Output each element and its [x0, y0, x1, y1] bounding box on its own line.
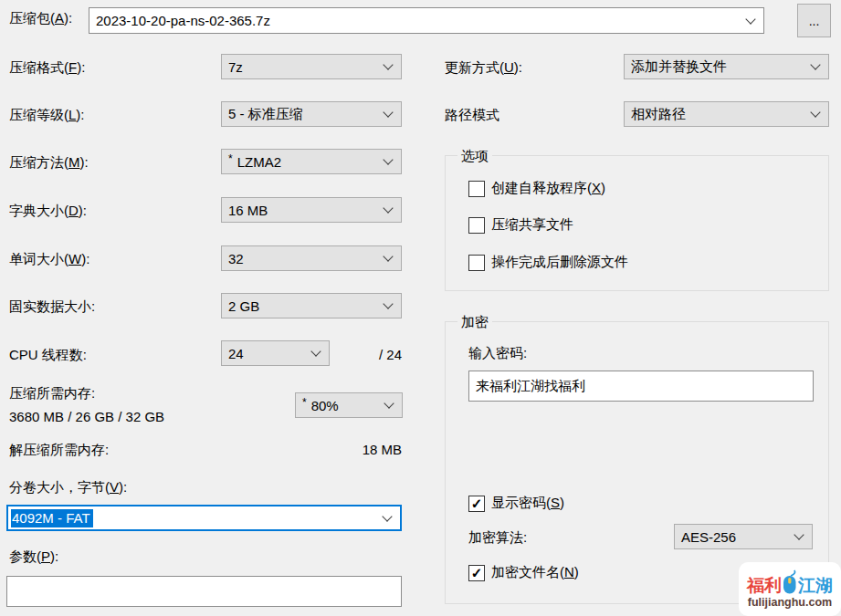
encryption-group-title: 加密: [457, 314, 492, 331]
archive-name-value: 2023-10-20-pa-ns-02-365.7z: [96, 13, 270, 28]
archive-label: 压缩包(A):: [9, 10, 72, 27]
chevron-down-icon: [384, 398, 394, 408]
word-size-label: 单词大小(W):: [9, 251, 89, 268]
password-label: 输入密码:: [468, 345, 527, 362]
level-label: 压缩等级(L):: [9, 107, 85, 124]
split-volume-combobox[interactable]: 4092M - FAT: [6, 505, 402, 531]
split-volume-selected-text: 4092M - FAT: [11, 509, 93, 527]
compress-shared-checkbox-row[interactable]: 压缩共享文件: [468, 216, 573, 234]
chevron-down-icon: [383, 251, 393, 261]
method-dropdown[interactable]: *LZMA2: [221, 149, 402, 174]
watermark-logo-row: 福利 江湖: [747, 569, 833, 594]
options-group-title: 选项: [457, 148, 492, 165]
parameters-label: 参数(P):: [9, 548, 58, 566]
encrypt-names-checkbox-row[interactable]: ✓ 加密文件名(N): [468, 564, 579, 581]
password-input[interactable]: 来福利江湖找福利: [468, 371, 814, 402]
path-mode-label: 路径模式: [445, 107, 499, 124]
check-icon: ✓: [471, 566, 483, 579]
level-dropdown[interactable]: 5 - 标准压缩: [221, 101, 402, 127]
memory-usage: 3680 MB / 26 GB / 32 GB: [9, 409, 164, 424]
checkbox-unchecked[interactable]: [468, 255, 485, 271]
decompress-memory-label: 解压缩所需内存:: [9, 442, 109, 459]
watermark-text-red: 福利: [747, 577, 782, 594]
parameters-input[interactable]: [6, 576, 402, 607]
delete-after-checkbox-row[interactable]: 操作完成后删除源文件: [468, 254, 628, 271]
word-size-dropdown[interactable]: 32: [221, 245, 402, 271]
show-password-label: 显示密码(S): [491, 495, 564, 512]
check-icon: ✓: [471, 496, 483, 510]
watermark-site: fulijianghu.com: [748, 596, 832, 609]
chevron-down-icon: [745, 14, 755, 24]
checkbox-unchecked[interactable]: [468, 181, 485, 197]
cpu-threads-total: / 24: [359, 347, 402, 362]
chevron-down-icon: [310, 346, 321, 356]
checkbox-unchecked[interactable]: [468, 217, 485, 234]
encryption-method-label: 加密算法:: [468, 529, 527, 547]
memory-dropdown[interactable]: *80%: [295, 392, 403, 418]
chevron-down-icon: [810, 107, 820, 117]
cpu-threads-label: CPU 线程数:: [9, 347, 87, 364]
chevron-down-icon: [794, 529, 804, 539]
format-label: 压缩格式(F):: [9, 59, 85, 77]
chevron-down-icon: [383, 203, 393, 213]
mouse-icon: [783, 569, 797, 594]
show-password-checkbox-row[interactable]: ✓ 显示密码(S): [468, 495, 564, 512]
checkbox-checked[interactable]: ✓: [468, 496, 485, 512]
watermark: 福利 江湖 fulijianghu.com: [739, 562, 841, 616]
chevron-down-icon: [383, 154, 393, 164]
chevron-down-icon: [383, 107, 393, 117]
dictionary-dropdown[interactable]: 16 MB: [221, 197, 402, 223]
encryption-method-dropdown[interactable]: AES-256: [674, 524, 813, 549]
7zip-add-to-archive-dialog: { "icons": { "check": "✓", "ellipsis": "…: [0, 0, 841, 616]
dictionary-label: 字典大小(D):: [9, 203, 87, 220]
solid-block-dropdown[interactable]: 2 GB: [221, 293, 402, 318]
chevron-down-icon: [382, 511, 392, 521]
update-mode-dropdown[interactable]: 添加并替换文件: [624, 54, 829, 79]
create-sfx-checkbox-row[interactable]: 创建自释放程序(X): [468, 180, 605, 197]
checkbox-checked[interactable]: ✓: [468, 565, 485, 581]
cpu-threads-dropdown[interactable]: 24: [221, 340, 330, 366]
compress-shared-label: 压缩共享文件: [491, 216, 573, 234]
format-dropdown[interactable]: 7z: [221, 54, 402, 79]
archive-name-combobox[interactable]: 2023-10-20-pa-ns-02-365.7z: [89, 7, 764, 34]
path-mode-dropdown[interactable]: 相对路径: [624, 101, 829, 127]
chevron-down-icon: [383, 298, 393, 308]
delete-after-label: 操作完成后删除源文件: [491, 254, 628, 271]
decompress-memory-value: 18 MB: [350, 442, 402, 457]
memory-label: 压缩所需内存:: [9, 385, 95, 402]
split-volume-label: 分卷大小，字节(V):: [9, 479, 127, 496]
method-label: 压缩方法(M):: [9, 154, 89, 172]
watermark-text-blue: 江湖: [798, 577, 833, 594]
encrypt-names-label: 加密文件名(N): [491, 564, 579, 581]
chevron-down-icon: [810, 59, 820, 69]
browse-button[interactable]: ...: [797, 4, 831, 37]
create-sfx-label: 创建自释放程序(X): [491, 180, 605, 197]
solid-block-label: 固实数据大小:: [9, 298, 95, 316]
chevron-down-icon: [383, 59, 393, 69]
update-mode-label: 更新方式(U):: [445, 59, 522, 77]
